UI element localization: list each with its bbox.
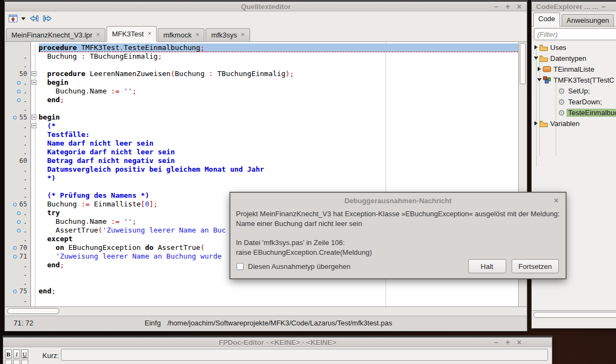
editor-horizontal-scrollbar[interactable] (5, 306, 527, 316)
tree-item-teinmalliste[interactable]: TEinmalListe (532, 64, 616, 74)
tab-mfk3sys[interactable]: mfk3sys× (206, 28, 250, 41)
type-box-icon (542, 66, 552, 72)
line-number: . (23, 52, 27, 61)
fold-margin (31, 78, 39, 87)
tree-item-datentypen[interactable]: Datentypen (532, 53, 616, 64)
italic-button[interactable]: I (13, 349, 20, 359)
tree-item-label: TEinmalListe (552, 65, 596, 73)
tab-close-icon[interactable]: × (147, 30, 151, 37)
tree-item-label: TesteEinmalbuc (567, 109, 616, 117)
tab-close-icon[interactable]: × (195, 31, 199, 39)
gutter-cell: 71 (5, 252, 31, 261)
tree-item-testeeinmalbuc[interactable]: ⚙TesteEinmalbuc (532, 107, 616, 118)
filter-input[interactable] (534, 28, 616, 40)
fpdoc-titlebar[interactable]: FPDoc-Editor - <KEINE> - <KEINE> – + × (3, 336, 552, 347)
tree-item-uses[interactable]: Uses (532, 42, 616, 53)
minimize-button[interactable]: – (601, 2, 606, 11)
tab-mfk3test[interactable]: MFK3Test× (107, 26, 157, 42)
gutter-cell: . (5, 104, 31, 113)
editor-titlebar[interactable]: Quelltexteditor – + × (5, 1, 527, 11)
tab-meinfinanzknecht_v3.lpr[interactable]: MeinFinanzKnecht_V3.lpr× (6, 28, 105, 41)
fold-margin (31, 156, 39, 165)
tab-close-icon[interactable]: × (96, 31, 100, 39)
code-text: (* (39, 122, 518, 130)
line-number: 60 (20, 156, 27, 165)
fold-margin (31, 235, 39, 243)
fold-collapse-icon[interactable] (32, 115, 36, 120)
fpdoc-editor-window: FPDoc-Editor - <KEINE> - <KEINE> – + × B… (3, 336, 552, 364)
code-text: procedure TMFK3Test.TesteEinmalbuchung; (39, 43, 518, 52)
halt-button[interactable]: Halt (468, 259, 506, 273)
gear-icon: ⚙ (557, 98, 567, 106)
code-text: Name darf nicht leer sein (39, 139, 518, 148)
code-text: Testfälle: (39, 130, 518, 139)
ignore-exception-checkbox[interactable] (237, 263, 244, 270)
minimize-button[interactable]: – (494, 338, 499, 347)
gutter-cell: . (5, 130, 31, 139)
dialog-message-line: In Datei 'mfk3sys.pas' in Zeile 106: (236, 238, 560, 248)
gutter-cell: . (5, 269, 31, 278)
format-button[interactable] (21, 360, 28, 364)
dropdown-arrow-icon[interactable] (21, 12, 26, 24)
tree-item-setup[interactable]: ⚙SetUp; (532, 85, 616, 96)
close-button[interactable]: × (517, 338, 521, 347)
underline-button[interactable]: U (21, 349, 28, 359)
line-number: 50 (20, 70, 27, 78)
navigate-forward-icon[interactable] (42, 12, 53, 24)
ignore-exception-option[interactable]: Diesen Ausnahmetyp übergehen (237, 262, 351, 271)
explorer-tab-anweisungen[interactable]: Anweisungen (562, 14, 614, 26)
explorer-horizontal-scrollbar[interactable] (532, 310, 616, 319)
tree-item-tmfk3testttestc[interactable]: TMFK3Test(TTestC (532, 74, 616, 85)
tree-item-label: Datentypen (549, 54, 588, 62)
line-number: . (23, 209, 27, 217)
explorer-tab-code[interactable]: Code (533, 12, 560, 27)
code-line: . (5, 296, 518, 304)
scrollbar-thumb[interactable] (520, 43, 526, 84)
code-text: procedure LeerenNamenZuweisen(Buchung : … (39, 70, 518, 78)
fortsetzen-button[interactable]: Fortsetzen (512, 259, 559, 273)
minimize-button[interactable]: – (494, 2, 499, 11)
checkbox-label: Diesen Ausnahmetyp übergehen (248, 262, 351, 271)
close-icon[interactable]: × (554, 196, 558, 205)
fold-margin (31, 96, 39, 104)
format-button[interactable] (5, 360, 12, 364)
navigate-back-icon[interactable] (29, 12, 39, 24)
code-text: *) (39, 174, 518, 183)
line-number: . (23, 235, 27, 243)
scrollbar-thumb[interactable] (533, 312, 616, 318)
fold-margin (31, 261, 39, 269)
gutter-cell: . (5, 165, 31, 174)
fold-collapse-icon[interactable] (32, 71, 36, 76)
fold-collapse-icon[interactable] (32, 80, 36, 85)
explorer-titlebar[interactable]: CodeExplorer ... ... – (532, 1, 616, 11)
tree-item-label: TearDown; (567, 98, 603, 106)
tab-bar: MeinFinanzKnecht_V3.lpr×MFK3Test×mfkmock… (5, 26, 527, 42)
code-line: procedure TMFK3Test.TesteEinmalbuchung; (5, 43, 518, 52)
bold-button[interactable]: B (5, 349, 12, 359)
tree-item-label: TMFK3Test(TTestC (552, 76, 616, 84)
tab-close-icon[interactable]: × (241, 31, 245, 39)
maximize-button[interactable]: + (506, 338, 510, 347)
fold-margin (31, 278, 39, 287)
gutter-cell: . (5, 96, 31, 104)
code-line: . Kategorie darf nicht leer sein (5, 148, 518, 156)
tree-item-variablen[interactable]: Variablen (532, 118, 616, 129)
code-line: . begin (5, 78, 518, 87)
source-editor-window: Quelltexteditor – + × MeinFinanzKnecht_V… (4, 0, 527, 331)
tab-mfkmock[interactable]: mfkmock× (158, 28, 204, 41)
format-button[interactable] (13, 360, 20, 364)
code-text (39, 296, 518, 304)
debug-line-dot-icon (13, 246, 17, 250)
open-file-up-icon[interactable] (8, 12, 18, 24)
kurz-input[interactable] (61, 349, 548, 361)
gutter-cell: . (5, 296, 31, 304)
fold-collapse-icon[interactable] (32, 123, 36, 128)
tree-item-teardown[interactable]: ⚙TearDown; (532, 96, 616, 107)
fold-margin (31, 296, 39, 304)
line-number: . (23, 148, 27, 156)
close-button[interactable]: × (517, 2, 521, 11)
scrollbar-thumb[interactable] (7, 308, 59, 314)
line-number: 75 (20, 287, 27, 296)
gear-icon: ⚙ (557, 87, 567, 95)
maximize-button[interactable]: + (506, 2, 510, 11)
